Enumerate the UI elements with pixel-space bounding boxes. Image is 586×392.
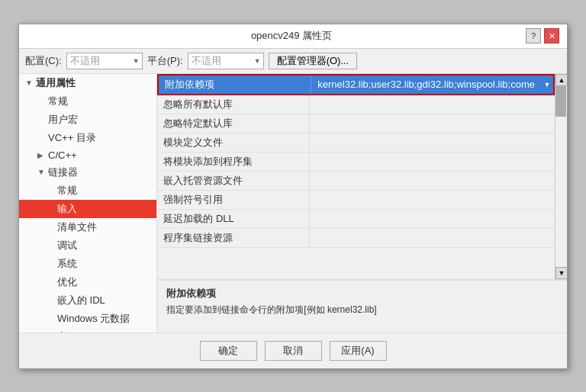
prop-name-module-def: 模块定义文件 [157, 133, 310, 152]
property-dialog: opencv249 属性页 ? ✕ 配置(C): 不适用 平台(P): 不适用 … [18, 24, 568, 369]
tree-label-linker-optimize: 优化 [57, 275, 77, 289]
prop-name-ignore-defaults: 忽略所有默认库 [157, 95, 310, 114]
config-manager-button[interactable]: 配置管理器(O)... [269, 53, 358, 69]
content-area: ▼ 通用属性 常规 用户宏 VC++ 目录 ▶ C/C++ ▼ 链接器 [19, 74, 567, 333]
prop-value-delay-load [310, 210, 555, 228]
tree-item-linker-manifest[interactable]: 清单文件 [19, 218, 156, 236]
prop-name-assembly-link: 程序集链接资源 [157, 229, 310, 247]
toolbar-row: 配置(C): 不适用 平台(P): 不适用 配置管理器(O)... [19, 49, 567, 74]
tree-label-linker-input: 输入 [57, 202, 77, 216]
left-tree-panel: ▼ 通用属性 常规 用户宏 VC++ 目录 ▶ C/C++ ▼ 链接器 [19, 74, 157, 333]
tree-item-general[interactable]: 常规 [19, 92, 156, 111]
dropdown-arrow-additional-deps[interactable]: ▼ [541, 76, 553, 94]
prop-row-assembly-link[interactable]: 程序集链接资源 [157, 229, 555, 248]
prop-value-embed-manifest [310, 172, 555, 190]
prop-name-force-symbol: 强制符号引用 [157, 191, 310, 209]
tree-item-c-cpp[interactable]: ▶ C/C++ [19, 147, 156, 163]
tree-item-linker-debug[interactable]: 调试 [19, 236, 156, 255]
platform-label: 平台(P): [147, 54, 183, 68]
right-properties-panel: 附加依赖项 kernel32.lib;user32.lib;gdi32.lib;… [157, 74, 567, 333]
prop-value-assembly-link [310, 229, 555, 247]
scroll-down-button[interactable]: ▼ [555, 267, 567, 279]
config-select-wrapper: 不适用 [66, 53, 143, 69]
tree-item-linker-general[interactable]: 常规 [19, 182, 156, 200]
prop-value-ignore-specific [310, 114, 555, 133]
prop-row-additional-deps[interactable]: 附加依赖项 kernel32.lib;user32.lib;gdi32.lib;… [157, 74, 555, 95]
help-button[interactable]: ? [526, 28, 541, 43]
title-buttons: ? ✕ [526, 28, 559, 43]
tree-item-user-macros[interactable]: 用户宏 [19, 111, 156, 129]
button-row: 确定 取消 应用(A) [19, 333, 567, 368]
tree-item-linker-optimize[interactable]: 优化 [19, 273, 156, 291]
tree-label-vc-dirs: VC++ 目录 [48, 131, 96, 145]
tree-item-linker-system[interactable]: 系统 [19, 255, 156, 273]
right-scrollbar: ▲ ▼ [555, 74, 567, 279]
properties-table: 附加依赖项 kernel32.lib;user32.lib;gdi32.lib;… [157, 74, 555, 248]
prop-name-ignore-specific: 忽略特定默认库 [157, 114, 310, 133]
prop-row-embed-manifest[interactable]: 嵌入托管资源文件 [157, 172, 555, 191]
prop-row-ignore-specific[interactable]: 忽略特定默认库 [157, 114, 555, 133]
dialog-title: opencv249 属性页 [57, 29, 526, 43]
prop-value-ignore-defaults [310, 95, 555, 114]
tree-label-windows-metadata: Windows 元数据 [57, 312, 130, 326]
tree-item-vc-dirs[interactable]: VC++ 目录 [19, 129, 156, 147]
tree-label-general: 常规 [48, 95, 68, 108]
tree-item-windows-metadata[interactable]: Windows 元数据 [19, 310, 156, 328]
description-text: 指定要添加到链接命令行的附加项[例如 kernel32.lib] [166, 304, 558, 316]
tree-item-advanced[interactable]: 高级 [19, 328, 156, 333]
tree-label-common-props: 通用属性 [36, 76, 76, 90]
scroll-thumb[interactable] [555, 86, 566, 117]
tree-item-linker-input[interactable]: 输入 [19, 200, 156, 218]
scroll-track [555, 86, 567, 267]
config-select[interactable]: 不适用 [66, 53, 143, 69]
properties-area: 附加依赖项 kernel32.lib;user32.lib;gdi32.lib;… [157, 74, 555, 279]
tree-item-common-props[interactable]: ▼ 通用属性 [19, 74, 156, 92]
prop-name-add-module: 将模块添加到程序集 [157, 153, 310, 171]
tree-label-linker-debug: 调试 [57, 239, 77, 252]
tree-label-linker-system: 系统 [57, 257, 77, 271]
tree-label-linker-general: 常规 [57, 184, 77, 198]
prop-row-add-module[interactable]: 将模块添加到程序集 [157, 153, 555, 172]
ok-button[interactable]: 确定 [200, 341, 257, 361]
prop-row-module-def[interactable]: 模块定义文件 [157, 133, 555, 153]
tree-label-advanced: 高级 [57, 330, 77, 333]
scroll-up-button[interactable]: ▲ [555, 74, 567, 86]
apply-button[interactable]: 应用(A) [330, 341, 387, 361]
prop-row-force-symbol[interactable]: 强制符号引用 [157, 191, 555, 210]
tree-label-linker: 链接器 [48, 165, 78, 179]
prop-row-delay-load[interactable]: 延迟加载的 DLL [157, 210, 555, 229]
platform-select-wrapper: 不适用 [188, 53, 264, 69]
close-button[interactable]: ✕ [544, 28, 559, 43]
prop-value-add-module [310, 153, 555, 171]
title-bar: opencv249 属性页 ? ✕ [19, 24, 567, 49]
arrow-common-props: ▼ [25, 79, 33, 87]
tree-label-embedded-idl: 嵌入的 IDL [57, 294, 105, 307]
cancel-button[interactable]: 取消 [265, 341, 322, 361]
prop-row-ignore-defaults[interactable]: 忽略所有默认库 [157, 95, 555, 114]
tree-label-linker-manifest: 清单文件 [57, 220, 97, 234]
properties-scroll-container: 附加依赖项 kernel32.lib;user32.lib;gdi32.lib;… [157, 74, 567, 279]
config-label: 配置(C): [25, 54, 62, 68]
description-title: 附加依赖项 [166, 287, 558, 300]
prop-name-embed-manifest: 嵌入托管资源文件 [157, 172, 310, 190]
tree-item-linker[interactable]: ▼ 链接器 [19, 163, 156, 182]
tree-item-embedded-idl[interactable]: 嵌入的 IDL [19, 291, 156, 310]
prop-value-module-def [310, 133, 555, 152]
tree-label-user-macros: 用户宏 [48, 113, 78, 127]
description-panel: 附加依赖项 指定要添加到链接命令行的附加项[例如 kernel32.lib] [157, 279, 567, 333]
prop-value-force-symbol [310, 191, 555, 209]
platform-select[interactable]: 不适用 [188, 53, 264, 69]
tree-label-c-cpp: C/C++ [48, 149, 77, 161]
prop-name-additional-deps: 附加依赖项 [159, 76, 311, 94]
prop-value-additional-deps: kernel32.lib;user32.lib;gdi32.lib;winspo… [311, 76, 541, 94]
prop-name-delay-load: 延迟加载的 DLL [157, 210, 310, 228]
